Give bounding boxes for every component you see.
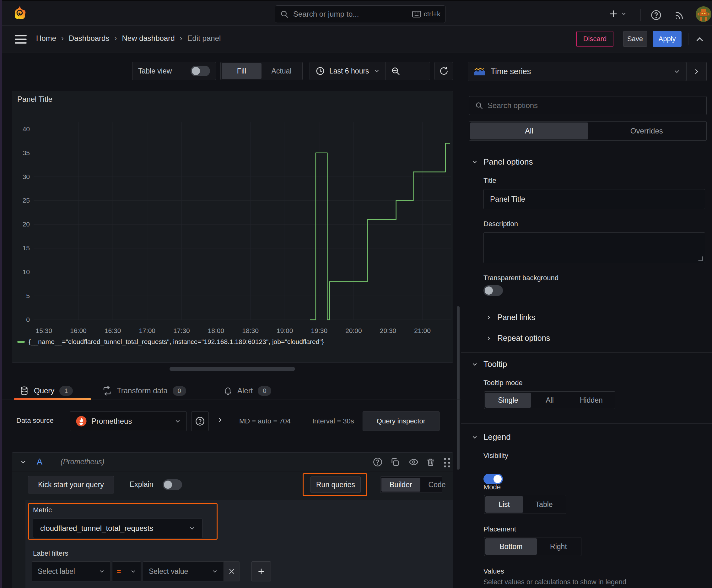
visualization-picker[interactable]: Time series — [468, 62, 686, 81]
query-builder-area: Metric cloudflared_tunnel_total_requests… — [25, 500, 453, 588]
search-input[interactable] — [293, 10, 408, 19]
remove-filter-button[interactable] — [224, 561, 239, 582]
tab-query[interactable]: Query 1 — [19, 382, 73, 400]
svg-text:21:00: 21:00 — [414, 327, 431, 334]
repeat-options-title: Repeat options — [497, 334, 550, 343]
resize-handle-icon[interactable] — [698, 256, 703, 261]
legend-mode-table[interactable]: Table — [523, 496, 565, 512]
hide-response-eye-icon[interactable] — [408, 457, 419, 467]
query-row-header[interactable]: A (Prometheus) — [12, 453, 453, 471]
repeat-options-section-header[interactable]: Repeat options — [486, 334, 550, 343]
table-view-toggle[interactable] — [191, 66, 210, 76]
options-search-box[interactable] — [469, 96, 707, 115]
apply-button[interactable]: Apply — [653, 31, 682, 47]
global-search[interactable]: ctrl+k — [275, 5, 446, 23]
bell-icon — [223, 386, 232, 396]
options-tab-overrides[interactable]: Overrides — [588, 123, 706, 140]
options-search-input[interactable] — [488, 101, 701, 110]
select-value-dropdown[interactable]: Select value — [143, 561, 224, 582]
legend-swatch[interactable] — [17, 341, 25, 343]
filter-operator-dropdown[interactable]: = — [112, 561, 141, 582]
add-menu-button[interactable] — [608, 9, 627, 19]
tooltip-mode-single[interactable]: Single — [486, 393, 531, 408]
actual-option[interactable]: Actual — [261, 63, 301, 79]
datasource-picker[interactable]: Prometheus — [70, 412, 187, 431]
news-rss-button[interactable] — [674, 9, 685, 20]
save-button[interactable]: Save — [623, 31, 647, 47]
max-data-points-stat: MD = auto = 704 — [239, 417, 291, 425]
chevron-down-icon[interactable] — [20, 459, 27, 465]
legend-placement-right[interactable]: Right — [537, 538, 580, 555]
legend-placement-bottom[interactable]: Bottom — [486, 538, 537, 555]
chevron-down-icon — [99, 569, 105, 574]
tab-transform[interactable]: Transform data 0 — [102, 382, 186, 400]
drag-handle[interactable] — [443, 456, 451, 468]
panel-description-textarea[interactable] — [483, 232, 705, 263]
select-label-dropdown[interactable]: Select label — [32, 561, 111, 582]
breadcrumb-dashboards[interactable]: Dashboards — [69, 34, 109, 43]
panel-options-section-header[interactable]: Panel options — [472, 157, 533, 167]
panel-links-section-header[interactable]: Panel links — [486, 313, 535, 322]
datasource-name: Prometheus — [91, 417, 170, 426]
datasource-help-button[interactable] — [191, 412, 209, 431]
chevron-down-icon — [189, 525, 195, 531]
tooltip-section-header[interactable]: Tooltip — [472, 359, 507, 369]
breadcrumb-separator: › — [180, 34, 182, 43]
kickstart-query-button[interactable]: Kick start your query — [28, 476, 114, 493]
chart-panel[interactable]: Panel Title 051015202530354015:3016:0016… — [12, 91, 453, 363]
svg-text:17:30: 17:30 — [173, 327, 190, 334]
grafana-logo-icon[interactable] — [12, 5, 28, 23]
panel-title-input[interactable] — [490, 195, 698, 204]
svg-text:20:30: 20:30 — [380, 327, 396, 334]
add-filter-button[interactable] — [252, 561, 271, 582]
tooltip-mode-all[interactable]: All — [531, 393, 568, 408]
metric-select[interactable]: cloudflared_tunnel_total_requests — [33, 519, 202, 538]
tab-alert[interactable]: Alert 0 — [223, 382, 271, 400]
toggle-viz-picker-button[interactable] — [686, 62, 707, 81]
help-button[interactable] — [650, 9, 662, 21]
transform-icon — [102, 386, 112, 396]
mega-menu-button[interactable] — [15, 35, 27, 44]
time-range-picker[interactable]: Last 6 hours — [310, 62, 386, 80]
discard-button[interactable]: Discard — [576, 31, 613, 47]
breadcrumb-new-dashboard[interactable]: New dashboard — [122, 34, 175, 43]
query-help-icon[interactable] — [373, 457, 383, 467]
delete-query-trash-icon[interactable] — [426, 457, 435, 467]
breadcrumb-home[interactable]: Home — [36, 34, 56, 43]
collapse-options-pane-button[interactable] — [694, 34, 705, 45]
run-queries-button[interactable]: Run queries — [310, 477, 361, 493]
zoom-out-button[interactable] — [386, 62, 405, 80]
options-tab-all[interactable]: All — [470, 123, 588, 140]
svg-text:25: 25 — [23, 197, 30, 204]
query-ref-id[interactable]: A — [37, 457, 42, 467]
horizontal-scrollbar[interactable] — [170, 367, 295, 371]
breadcrumb-separator: › — [114, 34, 117, 43]
legend-series-label[interactable]: {__name__="cloudflared_tunnel_total_requ… — [28, 338, 324, 345]
builder-option[interactable]: Builder — [382, 478, 420, 491]
user-avatar[interactable] — [696, 6, 711, 23]
legend-mode-list[interactable]: List — [486, 496, 523, 512]
query-inspector-button[interactable]: Query inspector — [363, 412, 439, 431]
legend-visibility-toggle[interactable] — [483, 474, 503, 484]
search-icon — [280, 10, 289, 19]
panel-title-field[interactable] — [483, 189, 705, 209]
tab-transform-label: Transform data — [117, 386, 168, 395]
transparent-background-toggle[interactable] — [483, 285, 503, 296]
chevron-down-icon — [621, 11, 627, 17]
time-series-chart[interactable]: 051015202530354015:3016:0016:3017:0017:3… — [12, 113, 453, 337]
explain-toggle[interactable] — [163, 479, 182, 490]
description-field-label: Description — [483, 220, 518, 228]
editor-tabs: Query 1 Transform data 0 Alert 0 — [0, 382, 461, 400]
viz-type-label: Time series — [491, 67, 668, 76]
fill-option[interactable]: Fill — [222, 63, 261, 79]
svg-text:17:00: 17:00 — [139, 327, 155, 334]
tooltip-mode-hidden[interactable]: Hidden — [568, 393, 614, 408]
query-options-expand-icon[interactable] — [217, 417, 223, 423]
legend-section-header[interactable]: Legend — [472, 432, 511, 442]
legend-values-label: Values — [483, 567, 504, 575]
code-option[interactable]: Code — [420, 478, 454, 491]
refresh-button[interactable] — [434, 62, 453, 80]
options-tabs: All Overrides — [469, 121, 707, 141]
table-view-group: Table view — [132, 62, 216, 80]
duplicate-query-icon[interactable] — [390, 457, 400, 467]
